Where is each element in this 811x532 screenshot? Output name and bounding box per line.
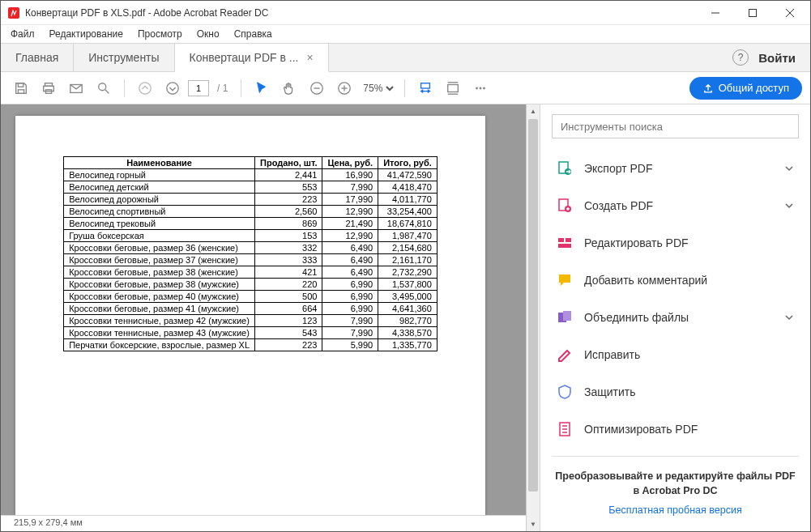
svg-rect-21: [448, 84, 459, 92]
svg-line-12: [105, 89, 109, 93]
upload-icon: [702, 83, 714, 94]
page-down-icon[interactable]: [160, 76, 185, 100]
scroll-up-arrow[interactable]: ▲: [527, 104, 540, 118]
share-button[interactable]: Общий доступ: [689, 77, 802, 100]
tool-label: Исправить: [584, 348, 640, 361]
tool-redact[interactable]: Исправить: [552, 336, 799, 373]
zoom-in-icon[interactable]: [332, 76, 356, 100]
tool-export-pdf[interactable]: Экспорт PDF: [552, 150, 799, 187]
tab-tools[interactable]: Инструменты: [74, 44, 174, 71]
tab-document[interactable]: Конвертаци PDF в ... ×: [175, 44, 329, 72]
table-row: Перчатки боксерские, взрослые, размер XL…: [64, 339, 438, 351]
find-icon[interactable]: [92, 76, 116, 100]
page-number-input[interactable]: [188, 80, 209, 96]
table-row: Велосипед дорожный22317,9904,011,770: [64, 194, 438, 206]
document-area: Наименование Продано, шт. Цена, руб. Ито…: [1, 104, 540, 531]
table-row: Кроссовки беговые, размер 41 (мужские)66…: [64, 303, 438, 315]
tool-edit-pdf[interactable]: Редактировать PDF: [552, 224, 799, 262]
tool-label: Объединить файлы: [584, 311, 689, 324]
svg-rect-5: [18, 83, 23, 87]
table-row: Кроссовки беговые, размер 38 (мужские)22…: [64, 279, 438, 291]
minimize-button[interactable]: [697, 1, 734, 25]
edit-pdf-icon: [557, 235, 573, 251]
svg-point-26: [483, 87, 485, 89]
table-row: Велосипед горный2,44116,99041,472,590: [64, 169, 438, 181]
svg-point-13: [139, 82, 151, 93]
table-row: Кроссовки беговые, размер 37 (женские)33…: [64, 254, 438, 266]
promo-trial-link[interactable]: Бесплатная пробная версия: [608, 504, 741, 516]
zoom-out-icon[interactable]: [305, 76, 329, 100]
table-row: Груша боксерская15312,9901,987,470: [64, 230, 438, 242]
col-price: Цена, руб.: [322, 157, 378, 169]
menubar: Файл Редактирование Просмотр Окно Справк…: [1, 25, 810, 43]
data-table: Наименование Продано, шт. Цена, руб. Ито…: [63, 156, 438, 351]
menu-window[interactable]: Окно: [190, 27, 226, 41]
svg-rect-32: [566, 238, 571, 242]
page-up-icon[interactable]: [133, 76, 157, 100]
scrollbar-thumb[interactable]: [528, 119, 538, 492]
workspace: Наименование Продано, шт. Цена, руб. Ито…: [1, 104, 810, 531]
table-row: Велосипед детский5537,9904,418,470: [64, 181, 438, 194]
zoom-select[interactable]: 75%: [360, 82, 396, 95]
shield-icon: [557, 384, 573, 400]
pdf-page: Наименование Продано, шт. Цена, руб. Ито…: [15, 116, 485, 515]
scroll-down-arrow[interactable]: ▼: [527, 517, 540, 531]
promo-section: Преобразовывайте и редактируйте файлы PD…: [552, 456, 799, 517]
mail-icon[interactable]: [64, 76, 88, 100]
svg-rect-31: [558, 238, 564, 242]
titlebar: Конвертаци PDF в XLS.pdf - Adobe Acrobat…: [1, 1, 810, 25]
svg-point-24: [476, 87, 478, 89]
signin-button[interactable]: Войти: [758, 51, 796, 65]
tab-label: Главная: [15, 51, 58, 64]
table-row: Велосипед трековый86921,49018,674,810: [64, 218, 438, 230]
share-label: Общий доступ: [719, 82, 789, 94]
promo-title: Преобразовывайте и редактируйте файлы PD…: [552, 470, 799, 498]
tool-protect[interactable]: Защитить: [552, 373, 799, 411]
page-size-label: 215,9 x 279,4 мм: [14, 517, 83, 527]
table-row: Кроссовки беговые, размер 36 (женские)33…: [64, 242, 438, 254]
hand-tool-icon[interactable]: [277, 76, 301, 100]
tab-label: Конвертаци PDF в ...: [190, 51, 299, 64]
svg-rect-35: [563, 311, 571, 321]
table-row: Кроссовки беговые, размер 38 (женские)42…: [64, 266, 438, 279]
menu-edit[interactable]: Редактирование: [43, 27, 130, 41]
more-tools-icon[interactable]: [468, 76, 493, 100]
print-icon[interactable]: [36, 76, 61, 100]
tab-home[interactable]: Главная: [1, 44, 74, 71]
search-tools-input[interactable]: [552, 114, 799, 138]
select-tool-icon[interactable]: [250, 76, 274, 100]
tool-label: Создать PDF: [584, 199, 653, 212]
tool-label: Добавить комментарий: [584, 274, 707, 287]
tabbar: Главная Инструменты Конвертаци PDF в ...…: [1, 43, 810, 72]
help-icon[interactable]: ?: [732, 49, 749, 66]
menu-file[interactable]: Файл: [4, 27, 41, 41]
close-icon[interactable]: ×: [306, 51, 313, 64]
document-scroll[interactable]: Наименование Продано, шт. Цена, руб. Ито…: [1, 104, 540, 515]
table-row: Кроссовки беговые, размер 40 (мужские)50…: [64, 291, 438, 303]
create-pdf-icon: [557, 198, 573, 214]
toolbar: / 1 75% Общий доступ: [1, 72, 810, 104]
fit-page-icon[interactable]: [441, 76, 465, 100]
tool-label: Редактировать PDF: [584, 236, 689, 249]
table-row: Кроссовки теннисные, размер 43 (мужские)…: [64, 327, 438, 339]
chevron-down-icon: [784, 164, 794, 173]
tool-label: Экспорт PDF: [584, 162, 653, 175]
tool-combine[interactable]: Объединить файлы: [552, 299, 799, 336]
vertical-scrollbar[interactable]: ▲ ▼: [526, 104, 540, 531]
tool-comment[interactable]: Добавить комментарий: [552, 262, 799, 299]
maximize-button[interactable]: [734, 1, 771, 25]
menu-help[interactable]: Справка: [228, 27, 279, 41]
svg-rect-2: [749, 9, 757, 16]
fit-width-icon[interactable]: [413, 76, 438, 100]
save-icon[interactable]: [9, 76, 33, 100]
close-button[interactable]: [771, 1, 809, 25]
menu-view[interactable]: Просмотр: [131, 27, 189, 41]
col-sold: Продано, шт.: [255, 157, 322, 169]
window-title: Конвертаци PDF в XLS.pdf - Adobe Acrobat…: [25, 7, 268, 19]
svg-rect-20: [421, 83, 430, 87]
chevron-down-icon: [784, 201, 794, 211]
page-total-label: / 1: [217, 83, 228, 94]
tool-optimize[interactable]: Оптимизировать PDF: [552, 411, 799, 448]
tools-panel: Экспорт PDF Создать PDF Редактировать PD…: [540, 104, 810, 531]
tool-create-pdf[interactable]: Создать PDF: [552, 187, 799, 224]
